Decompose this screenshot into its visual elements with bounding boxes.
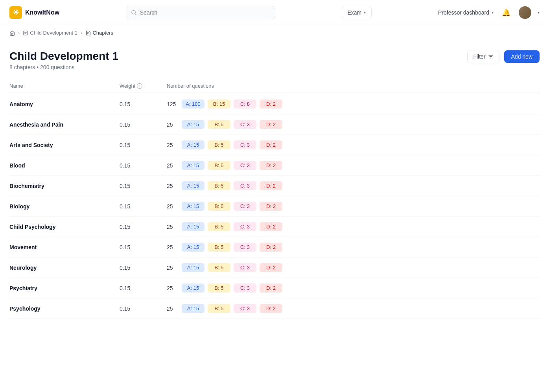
chapter-name: Arts and Society xyxy=(9,142,120,148)
questions-cell: 25 A: 15 B: 5 C: 3 D: 2 xyxy=(167,181,540,190)
badge-d: D: 2 xyxy=(260,263,282,272)
question-total: 25 xyxy=(167,142,179,148)
table-row[interactable]: Neurology 0.15 25 A: 15 B: 5 C: 3 D: 2 xyxy=(9,258,540,278)
chapter-weight: 0.15 xyxy=(120,142,167,148)
chapter-name: Anatomy xyxy=(9,101,120,107)
col-header-name: Name xyxy=(9,83,120,89)
professor-dashboard[interactable]: Professor dashboard ▾ xyxy=(438,9,494,16)
chapter-weight: 0.15 xyxy=(120,244,167,250)
badge-d: D: 2 xyxy=(260,99,282,109)
col-header-weight: Weight i xyxy=(120,83,167,89)
table-row[interactable]: Anatomy 0.15 125 A: 100 B: 15 C: 8 D: 2 xyxy=(9,94,540,114)
chapter-name: Biochemistry xyxy=(9,183,120,189)
badge-d: D: 2 xyxy=(260,202,282,211)
breadcrumb-course-label: Child Development 1 xyxy=(30,30,77,36)
breadcrumb-course[interactable]: Child Development 1 xyxy=(23,30,77,36)
page-title: Child Development 1 xyxy=(9,50,118,63)
exam-selector[interactable]: Exam ▾ xyxy=(342,6,372,19)
questions-cell: 25 A: 15 B: 5 C: 3 D: 2 xyxy=(167,222,540,231)
badge-c: C: 3 xyxy=(234,222,256,231)
table-row[interactable]: Biochemistry 0.15 25 A: 15 B: 5 C: 3 D: … xyxy=(9,176,540,196)
logo[interactable]: ✳ KnowItNow xyxy=(9,6,59,19)
col-header-questions: Number of questions xyxy=(167,83,540,89)
chapter-weight: 0.15 xyxy=(120,101,167,107)
badge-a: A: 15 xyxy=(182,181,204,190)
chapter-name: Anesthesia and Pain xyxy=(9,121,120,128)
badge-a: A: 15 xyxy=(182,120,204,129)
badge-a: A: 15 xyxy=(182,161,204,170)
badge-a: A: 100 xyxy=(182,99,204,109)
chapter-weight: 0.15 xyxy=(120,285,167,291)
search-bar[interactable] xyxy=(126,6,275,19)
chapter-weight: 0.15 xyxy=(120,121,167,128)
header: ✳ KnowItNow Exam ▾ Professor dashboard ▾… xyxy=(0,0,549,25)
bell-icon[interactable]: 🔔 xyxy=(500,6,512,19)
main-content: Child Development 1 8 chapters • 200 que… xyxy=(0,40,549,328)
questions-cell: 25 A: 15 B: 5 C: 3 D: 2 xyxy=(167,120,540,129)
badge-a: A: 15 xyxy=(182,140,204,149)
badge-b: B: 5 xyxy=(208,283,230,293)
logo-text: KnowItNow xyxy=(25,9,59,16)
chapter-name: Biology xyxy=(9,203,120,210)
badge-c: C: 8 xyxy=(234,99,256,109)
badge-c: C: 3 xyxy=(234,140,256,149)
badge-c: C: 3 xyxy=(234,304,256,313)
table-header: Name Weight i Number of questions xyxy=(9,80,540,92)
svg-rect-3 xyxy=(24,31,28,35)
badge-c: C: 3 xyxy=(234,120,256,129)
filter-button[interactable]: Filter xyxy=(467,50,499,63)
breadcrumb: › Child Development 1 › Chapters xyxy=(0,25,549,40)
question-total: 25 xyxy=(167,203,179,210)
avatar-chevron-icon[interactable]: ▾ xyxy=(538,10,540,15)
chapter-weight: 0.15 xyxy=(120,265,167,271)
table-body: Anatomy 0.15 125 A: 100 B: 15 C: 8 D: 2 … xyxy=(9,94,540,319)
badge-c: C: 3 xyxy=(234,202,256,211)
badge-c: C: 3 xyxy=(234,161,256,170)
question-total: 25 xyxy=(167,162,179,169)
avatar-image xyxy=(519,6,531,19)
chapters-table: Name Weight i Number of questions Anatom… xyxy=(9,80,540,319)
question-total: 25 xyxy=(167,306,179,312)
svg-rect-2 xyxy=(11,33,13,35)
questions-cell: 25 A: 15 B: 5 C: 3 D: 2 xyxy=(167,161,540,170)
badge-a: A: 15 xyxy=(182,283,204,293)
question-total: 25 xyxy=(167,265,179,271)
table-row[interactable]: Arts and Society 0.15 25 A: 15 B: 5 C: 3… xyxy=(9,135,540,155)
badge-b: B: 5 xyxy=(208,181,230,190)
weight-info-icon[interactable]: i xyxy=(137,83,142,89)
badge-b: B: 15 xyxy=(208,99,230,109)
breadcrumb-sep-1: › xyxy=(18,30,20,36)
chapters-icon xyxy=(85,30,91,36)
questions-cell: 25 A: 15 B: 5 C: 3 D: 2 xyxy=(167,304,540,313)
question-total: 125 xyxy=(167,101,179,107)
question-total: 25 xyxy=(167,224,179,230)
badge-d: D: 2 xyxy=(260,120,282,129)
badge-d: D: 2 xyxy=(260,283,282,293)
breadcrumb-home[interactable] xyxy=(9,30,15,36)
table-row[interactable]: Psychology 0.15 25 A: 15 B: 5 C: 3 D: 2 xyxy=(9,298,540,319)
add-new-button[interactable]: Add new xyxy=(504,50,540,63)
search-input[interactable] xyxy=(140,9,270,16)
table-row[interactable]: Anesthesia and Pain 0.15 25 A: 15 B: 5 C… xyxy=(9,114,540,135)
table-row[interactable]: Blood 0.15 25 A: 15 B: 5 C: 3 D: 2 xyxy=(9,155,540,176)
badge-b: B: 5 xyxy=(208,140,230,149)
table-row[interactable]: Movement 0.15 25 A: 15 B: 5 C: 3 D: 2 xyxy=(9,237,540,258)
badge-b: B: 5 xyxy=(208,120,230,129)
chapter-name: Neurology xyxy=(9,265,120,271)
page-title-section: Child Development 1 8 chapters • 200 que… xyxy=(9,50,118,70)
avatar[interactable] xyxy=(519,6,531,19)
chapter-weight: 0.15 xyxy=(120,162,167,169)
table-row[interactable]: Biology 0.15 25 A: 15 B: 5 C: 3 D: 2 xyxy=(9,196,540,217)
table-row[interactable]: Psychiatry 0.15 25 A: 15 B: 5 C: 3 D: 2 xyxy=(9,278,540,298)
course-icon xyxy=(23,30,28,36)
badge-d: D: 2 xyxy=(260,140,282,149)
professor-dashboard-chevron-icon: ▾ xyxy=(492,10,494,15)
table-row[interactable]: Child Psychology 0.15 25 A: 15 B: 5 C: 3… xyxy=(9,217,540,237)
badge-b: B: 5 xyxy=(208,161,230,170)
badge-d: D: 2 xyxy=(260,161,282,170)
badge-b: B: 5 xyxy=(208,222,230,231)
questions-cell: 125 A: 100 B: 15 C: 8 D: 2 xyxy=(167,99,540,109)
badge-d: D: 2 xyxy=(260,222,282,231)
question-total: 25 xyxy=(167,183,179,189)
page-actions: Filter Add new xyxy=(467,50,540,63)
